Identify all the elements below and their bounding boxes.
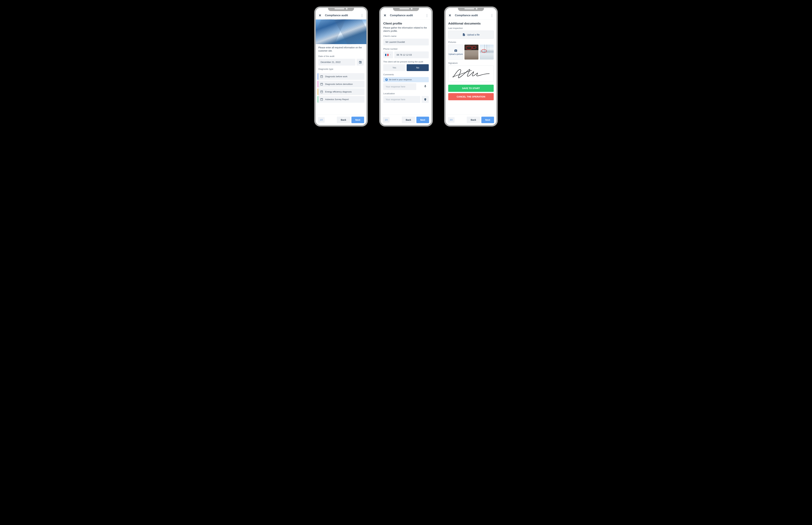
upload-picture-label: Upload a picture bbox=[449, 53, 463, 55]
save-button[interactable]: SAVE TO START bbox=[448, 85, 494, 92]
flag-icon bbox=[385, 54, 389, 56]
section-title: Additional documents bbox=[446, 19, 496, 26]
pin-icon bbox=[424, 98, 427, 101]
diagnostic-option-label: Diagnostic before work bbox=[325, 75, 347, 78]
back-button[interactable]: Back bbox=[337, 117, 350, 123]
client-present-label: The client will be present during the au… bbox=[383, 61, 429, 64]
location-button[interactable] bbox=[422, 96, 429, 103]
next-button[interactable]: Next bbox=[416, 117, 429, 123]
page-indicator: 2/3 bbox=[383, 117, 390, 123]
close-icon[interactable]: ✕ bbox=[448, 13, 452, 17]
client-name-label: Client's name bbox=[383, 35, 429, 39]
header: ✕ Compliance audit ⋮ bbox=[316, 12, 366, 19]
chevron-down-icon bbox=[390, 54, 391, 56]
picture-thumbnail[interactable] bbox=[480, 45, 494, 60]
calendar-icon bbox=[320, 75, 323, 78]
close-icon[interactable]: ✕ bbox=[383, 13, 387, 17]
file-upload-icon bbox=[462, 33, 465, 36]
diag-type-label: Diagnostic type bbox=[318, 68, 364, 72]
close-icon[interactable]: ✕ bbox=[318, 13, 322, 17]
comments-input[interactable] bbox=[383, 83, 416, 90]
toggle-yes[interactable]: Yes bbox=[383, 64, 405, 71]
more-icon[interactable]: ⋮ bbox=[425, 13, 429, 17]
more-icon[interactable]: ⋮ bbox=[490, 13, 494, 17]
header: ✕ Compliance audit ⋮ bbox=[381, 12, 431, 19]
phone-screen-2: ✕ Compliance audit ⋮ Client profile Plea… bbox=[379, 6, 433, 126]
mic-icon[interactable] bbox=[424, 85, 427, 89]
diagnostic-option[interactable]: Asbestos Survey Report bbox=[318, 96, 364, 103]
calendar-icon bbox=[320, 90, 323, 93]
help-icon: ? bbox=[385, 78, 388, 81]
cancel-button[interactable]: CANCEL THE OPERATION bbox=[448, 93, 494, 100]
diagnostic-option[interactable]: Energy efficiency diagnosis bbox=[318, 88, 364, 95]
back-button[interactable]: Back bbox=[402, 117, 415, 123]
upload-file-button[interactable]: Upload a file bbox=[448, 31, 494, 39]
footer: 2/3 Back Next bbox=[381, 115, 431, 125]
diagnostic-option-label: Energy efficiency diagnosis bbox=[325, 91, 352, 93]
localization-label: Localization bbox=[383, 92, 429, 96]
diagnostic-option[interactable]: Diagnostic before demolition bbox=[318, 81, 364, 88]
phone-input[interactable]: 06 76 12 12 03 bbox=[394, 51, 429, 58]
diagnostic-option-label: Diagnostic before demolition bbox=[325, 83, 353, 85]
country-selector[interactable] bbox=[383, 51, 393, 58]
more-icon[interactable]: ⋮ bbox=[360, 13, 364, 17]
page-title: Compliance audit bbox=[452, 14, 490, 17]
page-indicator: 3/3 bbox=[448, 117, 454, 123]
calendar-icon bbox=[359, 61, 362, 64]
comments-label: Comments bbox=[383, 73, 429, 77]
next-button[interactable]: Next bbox=[351, 117, 364, 123]
phone-screen-3: ✕ Compliance audit ⋮ Additional document… bbox=[444, 6, 498, 126]
comments-hint: ? Be brief in your response. bbox=[383, 77, 429, 82]
calendar-button[interactable] bbox=[357, 59, 364, 65]
client-name-input[interactable]: Mr Laurent Duvolet bbox=[383, 39, 429, 45]
page-title: Compliance audit bbox=[322, 14, 360, 17]
localization-input[interactable] bbox=[383, 96, 420, 103]
diagnostic-option[interactable]: Diagnostic before work bbox=[318, 73, 364, 80]
toggle-no[interactable]: No bbox=[407, 64, 429, 71]
header: ✕ Compliance audit ⋮ bbox=[446, 12, 496, 19]
next-button[interactable]: Next bbox=[481, 117, 494, 123]
pictures-label: Pictures bbox=[448, 41, 494, 45]
calendar-icon bbox=[320, 82, 323, 86]
date-input[interactable]: December 21, 2022 bbox=[318, 59, 355, 65]
section-title: Client profile bbox=[381, 19, 431, 26]
phone-screen-1: ✕ Compliance audit ⋮ Please enter all re… bbox=[314, 6, 368, 126]
section-subtitle: Please gather the information related to… bbox=[381, 26, 431, 34]
picture-thumbnail[interactable] bbox=[464, 45, 478, 60]
hero-image bbox=[316, 19, 366, 44]
upload-file-label: Upload a file bbox=[467, 33, 480, 36]
last-inspection-label: Last inspection bbox=[448, 27, 494, 31]
back-button[interactable]: Back bbox=[467, 117, 480, 123]
signature-pad[interactable] bbox=[448, 65, 494, 82]
camera-icon bbox=[454, 49, 457, 52]
signature-label: Signature bbox=[448, 62, 494, 65]
page-indicator: 1/3 bbox=[318, 117, 325, 123]
hint-text: Be brief in your response. bbox=[389, 78, 412, 81]
upload-picture-button[interactable]: Upload a picture bbox=[448, 45, 463, 60]
phone-label: Phone number bbox=[383, 48, 429, 51]
footer: 3/3 Back Next bbox=[446, 115, 496, 125]
footer: 1/3 Back Next bbox=[316, 115, 366, 125]
diagnostic-option-label: Asbestos Survey Report bbox=[325, 98, 349, 101]
calendar-icon bbox=[320, 98, 323, 101]
intro-text: Please enter all required information on… bbox=[316, 44, 366, 54]
page-title: Compliance audit bbox=[387, 14, 425, 17]
signature-drawing bbox=[451, 67, 491, 80]
date-label: Date of the audit bbox=[318, 55, 364, 59]
